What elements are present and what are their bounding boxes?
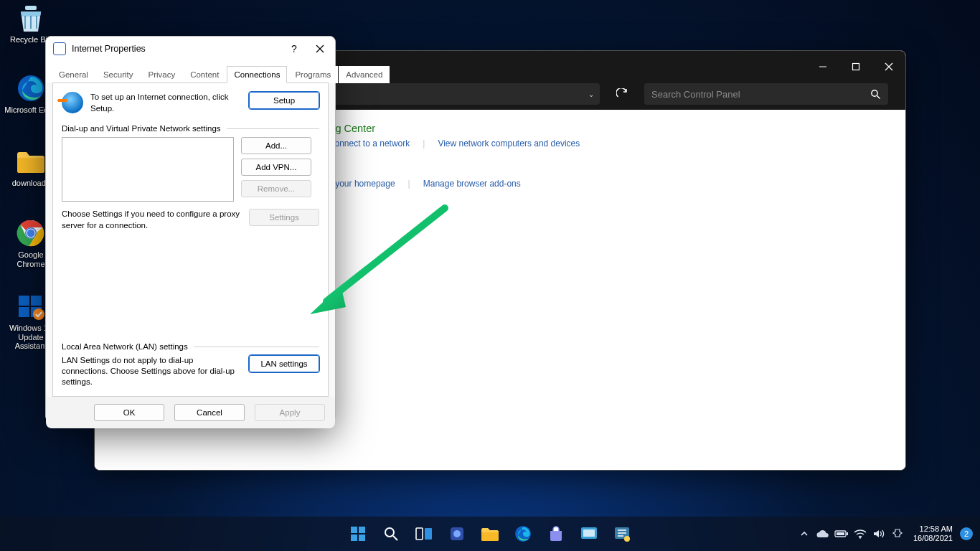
dialog-footer: OK Cancel Apply <box>46 397 335 428</box>
svg-rect-21 <box>359 527 365 533</box>
clock-time: 12:58 AM <box>913 524 953 534</box>
svg-point-29 <box>453 530 461 537</box>
internet-properties-dialog: Internet Properties ? General Security P… <box>45 36 336 422</box>
connections-tab-content: To set up an Internet connection, click … <box>52 83 329 397</box>
taskbar-widgets[interactable] <box>442 520 472 547</box>
svg-point-34 <box>624 536 630 542</box>
apply-button: Apply <box>255 404 325 421</box>
notification-badge[interactable]: 2 <box>960 527 973 540</box>
svg-rect-20 <box>351 527 357 533</box>
section-links: ng history and cookies <box>238 203 905 213</box>
settings-description: Choose Settings if you need to configure… <box>62 209 242 231</box>
taskbar-edge[interactable] <box>508 520 538 547</box>
lan-group-title: Local Area Network (LAN) settings <box>62 342 319 351</box>
taskbar-tray: 12:58 AM 16/08/2021 2 <box>797 524 980 543</box>
tab-connections[interactable]: Connections <box>227 66 287 83</box>
start-button[interactable] <box>343 520 373 547</box>
svg-rect-36 <box>847 532 848 535</box>
svg-rect-27 <box>425 528 432 540</box>
folder-icon <box>16 146 46 176</box>
tab-advanced[interactable]: Advanced <box>339 66 390 83</box>
svg-rect-22 <box>351 534 357 541</box>
svg-rect-0 <box>25 6 37 10</box>
minimize-button[interactable] <box>806 51 839 83</box>
svg-rect-6 <box>31 296 42 306</box>
svg-point-4 <box>27 230 35 237</box>
svg-rect-7 <box>19 307 29 317</box>
tab-programs[interactable]: Programs <box>288 66 338 83</box>
tray-onedrive-icon[interactable] <box>816 527 830 541</box>
taskbar: 12:58 AM 16/08/2021 2 <box>0 517 980 551</box>
dun-listbox[interactable] <box>62 137 234 202</box>
edge-icon <box>16 73 46 103</box>
add-vpn-button[interactable]: Add VPN... <box>241 159 311 176</box>
tray-battery-icon[interactable] <box>834 527 849 541</box>
close-button[interactable] <box>309 39 331 58</box>
taskbar-store[interactable] <box>541 520 571 547</box>
cancel-button[interactable]: Cancel <box>174 404 245 421</box>
section-heading: Internet Options <box>238 163 905 174</box>
close-button[interactable] <box>872 51 905 83</box>
link-manage-addons[interactable]: Manage browser add-ons <box>423 179 521 189</box>
svg-point-14 <box>872 90 877 95</box>
remove-button: Remove... <box>241 180 311 197</box>
link-view-network[interactable]: View network computers and devices <box>438 138 580 149</box>
svg-line-15 <box>877 95 880 98</box>
windows-update-icon <box>16 291 46 321</box>
taskbar-app-1[interactable] <box>574 520 604 547</box>
globe-icon <box>62 92 83 113</box>
tray-overflow-chevron-icon[interactable] <box>797 527 811 541</box>
svg-line-25 <box>393 536 397 540</box>
tray-volume-icon[interactable] <box>872 527 886 541</box>
tray-wifi-icon[interactable] <box>853 527 867 541</box>
settings-button: Settings <box>249 209 319 226</box>
lan-description: LAN Settings do not apply to dial-up con… <box>62 355 242 387</box>
taskbar-explorer[interactable] <box>475 520 505 547</box>
svg-point-24 <box>385 528 394 537</box>
search-icon[interactable] <box>870 89 881 100</box>
setup-button[interactable]: Setup <box>249 92 319 109</box>
svg-rect-37 <box>837 532 844 535</box>
control-panel-search[interactable]: Search Control Panel <box>644 83 888 105</box>
svg-rect-23 <box>359 534 365 541</box>
svg-point-9 <box>33 309 44 320</box>
svg-rect-5 <box>19 296 29 306</box>
internet-options-icon <box>53 42 66 55</box>
svg-rect-32 <box>583 529 595 537</box>
section-heading: Network aand Sharing Center <box>238 123 905 134</box>
clock-date: 16/08/2021 <box>913 534 953 543</box>
recycle-bin-icon <box>16 3 46 33</box>
taskbar-task-view[interactable] <box>409 520 439 547</box>
section-links: status and tasks | Connect to a network … <box>238 138 905 149</box>
dialog-titlebar[interactable]: Internet Properties ? <box>46 37 335 61</box>
tab-general[interactable]: General <box>52 66 95 83</box>
help-button[interactable]: ? <box>283 39 305 58</box>
tab-privacy[interactable]: Privacy <box>141 66 182 83</box>
link-connect-network[interactable]: Connect to a network <box>329 138 410 149</box>
ok-button[interactable]: OK <box>94 404 164 421</box>
search-placeholder: Search Control Panel <box>651 89 740 100</box>
svg-point-38 <box>859 537 861 538</box>
dialog-title: Internet Properties <box>72 44 146 54</box>
taskbar-center-items <box>343 520 637 547</box>
dialog-tabs: General Security Privacy Content Connect… <box>46 61 335 83</box>
taskbar-clock[interactable]: 12:58 AM 16/08/2021 <box>913 524 953 543</box>
lan-settings-button[interactable]: LAN settings <box>249 355 319 372</box>
refresh-button[interactable] <box>607 83 637 105</box>
tab-security[interactable]: Security <box>96 66 141 83</box>
chrome-icon <box>16 218 46 248</box>
taskbar-search[interactable] <box>376 520 406 547</box>
svg-rect-26 <box>416 528 423 540</box>
maximize-button[interactable] <box>839 51 872 83</box>
tab-content[interactable]: Content <box>183 66 226 83</box>
add-button[interactable]: Add... <box>241 137 311 154</box>
dun-group-title: Dial-up and Virtual Private Network sett… <box>62 124 319 133</box>
setup-description: To set up an Internet connection, click … <box>90 92 242 114</box>
svg-rect-11 <box>853 64 859 70</box>
chevron-down-icon[interactable]: ⌄ <box>588 90 594 98</box>
section-links: e Internet | Change your homepage | Mana… <box>238 179 905 189</box>
taskbar-app-2[interactable] <box>607 520 637 547</box>
tray-power-icon[interactable] <box>890 527 905 541</box>
